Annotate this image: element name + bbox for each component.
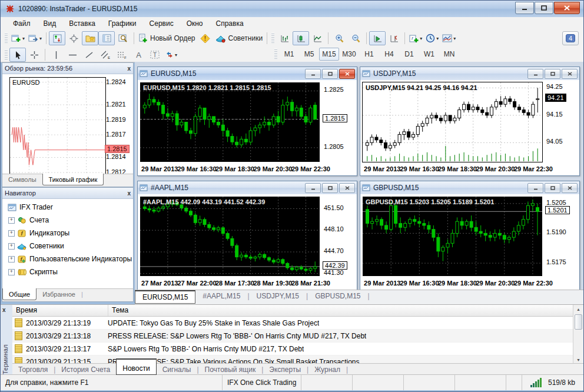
timeframe-h1[interactable]: H1	[359, 48, 379, 61]
minimize-button[interactable]	[515, 2, 534, 14]
tree-item-accounts[interactable]: + Счета	[4, 214, 132, 227]
chart-window-titlebar[interactable]: USDJPY,M15	[360, 67, 579, 81]
chart-window-gbpusd[interactable]: GBPUSD,M15 GBPUSD,M15 1.5203 1.5205 1.51…	[360, 181, 580, 290]
menu-file[interactable]: Файл	[6, 18, 37, 29]
profiles-button[interactable]: ▾	[26, 31, 44, 45]
news-row[interactable]: 2013/03/29 21:13:15 PRESS RELEASE: S&P T…	[12, 356, 573, 364]
new-order-button[interactable]: Новый Ордер	[137, 31, 197, 45]
timeframe-m15[interactable]: M15	[319, 48, 339, 61]
timeframe-mn[interactable]: MN	[439, 48, 459, 61]
news-row[interactable]: 2013/03/29 21:13:18 PRESS RELEASE: S&P L…	[12, 330, 573, 343]
timeframe-h4[interactable]: H4	[379, 48, 399, 61]
scrollbar-thumb[interactable]	[575, 314, 582, 330]
auto-scroll-button[interactable]	[369, 31, 386, 45]
close-icon[interactable]: x	[2, 307, 6, 313]
new-chart-button[interactable]: ▾	[9, 31, 26, 45]
minimize-button[interactable]	[527, 69, 543, 79]
close-button[interactable]	[562, 183, 578, 193]
tab-news[interactable]: Новости	[116, 358, 156, 375]
price-chart[interactable]: EURUSD,M15 1.2820 1.2821 1.2815 1.2815	[140, 82, 320, 162]
tab-symbols[interactable]: Символы	[2, 174, 42, 185]
chart-tab-gbpusd[interactable]: GBPUSD,M15	[308, 290, 367, 302]
zoom-in-button[interactable]	[331, 31, 347, 45]
column-time[interactable]: Время	[12, 305, 108, 316]
cursor-button[interactable]	[9, 48, 26, 62]
fibonacci-button[interactable]: F	[114, 48, 130, 62]
chart-window-titlebar[interactable]: GBPUSD,M15	[360, 181, 579, 195]
tree-item-root[interactable]: IFX Trader	[4, 201, 132, 214]
expand-icon[interactable]: +	[8, 243, 15, 250]
text-label-button[interactable]: T	[147, 48, 163, 62]
price-chart[interactable]: USDJPY,M15 94.21 94.25 94.16 94.21	[362, 82, 543, 162]
equidistant-channel-button[interactable]: E	[97, 48, 114, 62]
data-window-button[interactable]	[65, 31, 82, 45]
toolbar-grip[interactable]	[5, 49, 8, 60]
tab-mailbox[interactable]: Почтовый ящик	[199, 364, 262, 376]
minimize-button[interactable]	[305, 69, 321, 79]
news-row[interactable]: 2013/03/29 21:13:17 S&P Lowers Rtg To 'B…	[12, 343, 573, 356]
tree-item-scripts[interactable]: + Скрипты	[4, 265, 132, 278]
menu-insert[interactable]: Вставка	[62, 18, 102, 29]
close-button[interactable]	[554, 2, 580, 14]
restore-button[interactable]	[322, 69, 338, 79]
periods-button[interactable]: ▾	[424, 31, 440, 45]
vertical-line-button[interactable]	[48, 48, 64, 62]
chart-tab-aapl[interactable]: #AAPL,M15	[195, 290, 247, 302]
menu-help[interactable]: Справка	[210, 18, 250, 29]
timeframe-w1[interactable]: W1	[419, 48, 439, 61]
menu-view[interactable]: Вид	[37, 18, 63, 29]
tab-tick-chart[interactable]: Тиковый график	[42, 174, 104, 185]
tree-item-custom-indicators[interactable]: + f Пользовательские Индикаторы	[4, 253, 132, 265]
expand-icon[interactable]: +	[8, 217, 15, 224]
timeframe-d1[interactable]: D1	[399, 48, 419, 61]
chart-window-eurusd[interactable]: EURUSD,M15 EURUSD,M15 1.2820 1.2821 1.28…	[137, 67, 357, 176]
close-icon[interactable]: x	[127, 190, 131, 197]
timeframe-m1[interactable]: M1	[279, 48, 299, 61]
market-watch-button[interactable]	[49, 31, 65, 45]
close-button[interactable]	[562, 69, 578, 79]
expand-icon[interactable]: +	[8, 256, 15, 263]
restore-button[interactable]	[545, 183, 560, 193]
expand-icon[interactable]: +	[8, 230, 15, 237]
price-chart[interactable]: GBPUSD,M15 1.5203 1.5205 1.5189 1.5201	[362, 196, 543, 277]
chart-window-titlebar[interactable]: EURUSD,M15	[138, 67, 357, 81]
minimize-button[interactable]	[305, 183, 321, 193]
tab-journal[interactable]: Журнал	[308, 364, 346, 376]
toolbar-grip[interactable]	[5, 33, 8, 44]
notifications-button[interactable]: 4	[562, 31, 579, 45]
toolbar-grip[interactable]	[274, 49, 277, 59]
news-scrollbar[interactable]: ▲ ▼	[573, 305, 583, 364]
bar-chart-button[interactable]	[276, 31, 293, 45]
zoom-out-button[interactable]	[347, 31, 364, 45]
tree-item-indicators[interactable]: + f Индикаторы	[4, 227, 132, 240]
chart-tab-usdjpy[interactable]: USDJPY,M15	[250, 290, 306, 302]
close-icon[interactable]: x	[127, 65, 131, 72]
tab-signals[interactable]: Сигналы	[157, 364, 197, 376]
close-button[interactable]	[339, 183, 355, 193]
toolbar-grip[interactable]	[271, 33, 274, 44]
restore-button[interactable]	[545, 69, 560, 79]
chart-window-usdjpy[interactable]: USDJPY,M15 USDJPY,M15 94.21 94.25 94.16 …	[360, 67, 580, 176]
menu-tools[interactable]: Сервис	[143, 18, 180, 29]
tab-common[interactable]: Общие	[2, 288, 36, 300]
column-topic[interactable]: Тема	[108, 305, 573, 316]
chart-shift-button[interactable]	[386, 31, 402, 45]
news-row[interactable]: 2013/03/29 21:13:19 UPDATE: Tokyo Gas To…	[12, 317, 573, 330]
alerts-button[interactable]: !	[197, 31, 214, 45]
scroll-down-icon[interactable]: ▼	[573, 356, 583, 364]
tick-chart[interactable]: EURUSD	[9, 77, 106, 178]
candlestick-button[interactable]	[293, 31, 309, 45]
tab-experts[interactable]: Эксперты	[263, 364, 307, 376]
tree-item-experts[interactable]: + Советники	[4, 240, 132, 253]
navigator-button[interactable]	[98, 31, 115, 45]
maximize-button[interactable]	[535, 2, 553, 14]
text-button[interactable]: A	[130, 48, 147, 62]
arrows-button[interactable]: ▾	[163, 48, 180, 62]
indicators-button[interactable]: f ▾	[407, 31, 424, 45]
templates-button[interactable]: ▾	[440, 31, 457, 45]
expand-icon[interactable]: +	[8, 269, 15, 275]
minimize-button[interactable]	[527, 183, 543, 193]
chart-window-titlebar[interactable]: #AAPL,M15	[138, 181, 357, 195]
menu-window[interactable]: Окно	[180, 18, 210, 29]
horizontal-line-button[interactable]	[64, 48, 81, 62]
